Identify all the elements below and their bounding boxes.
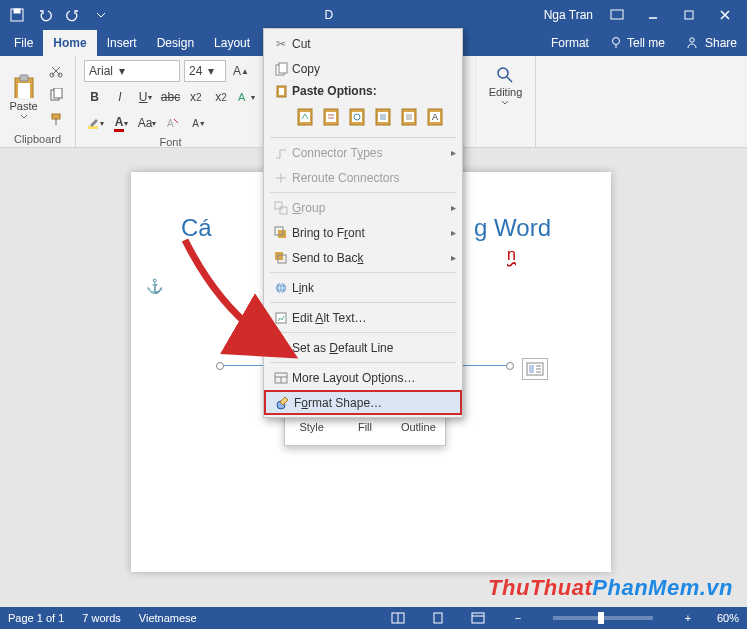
zoom-slider[interactable]	[553, 616, 653, 620]
editing-button[interactable]: Editing	[489, 66, 523, 105]
font-name-value: Arial	[89, 64, 113, 78]
copy-button[interactable]	[45, 84, 67, 106]
superscript-button[interactable]: x2	[210, 86, 231, 108]
italic-button[interactable]: I	[109, 86, 130, 108]
resize-handle-right[interactable]	[506, 362, 514, 370]
chevron-down-icon: ▾	[119, 64, 125, 78]
font-name-combo[interactable]: Arial▾	[84, 60, 180, 82]
status-page[interactable]: Page 1 of 1	[8, 612, 64, 624]
svg-rect-2	[611, 10, 623, 19]
redo-icon[interactable]	[60, 2, 86, 28]
tab-format[interactable]: Format	[541, 30, 599, 56]
paste-option-6[interactable]: A	[424, 105, 446, 129]
submenu-arrow-icon: ▸	[451, 147, 456, 158]
zoom-out-button[interactable]: −	[507, 607, 529, 629]
menu-edit-alt-label: Edit Alt Text…	[292, 311, 367, 325]
strikethrough-button[interactable]: abc	[160, 86, 181, 108]
menu-more-layout-label: More Layout Options…	[292, 371, 415, 385]
bold-button[interactable]: B	[84, 86, 105, 108]
close-icon[interactable]	[707, 0, 743, 30]
layout-options-icon[interactable]	[522, 358, 548, 380]
heading-text-left: Cá	[181, 214, 212, 242]
svg-rect-18	[88, 126, 98, 129]
title-bar: D Nga Tran	[0, 0, 747, 30]
svg-line-21	[507, 77, 512, 82]
menu-set-default[interactable]: Set as Default Line	[264, 335, 462, 360]
svg-rect-63	[434, 613, 442, 623]
paste-option-1[interactable]	[294, 105, 316, 129]
subscript-button[interactable]: x2	[185, 86, 206, 108]
tab-design[interactable]: Design	[147, 30, 204, 56]
zoom-thumb[interactable]	[598, 612, 604, 624]
svg-rect-53	[275, 252, 283, 260]
underline-button[interactable]: U▾	[135, 86, 156, 108]
menu-format-shape[interactable]: Format Shape…	[264, 390, 462, 415]
menu-cut[interactable]: ✂ Cut	[264, 31, 462, 56]
clipboard-icon	[11, 74, 37, 98]
menu-more-layout[interactable]: More Layout Options…	[264, 365, 462, 390]
clipboard-group-label: Clipboard	[8, 131, 67, 145]
svg-rect-50	[280, 207, 287, 214]
read-mode-icon[interactable]	[387, 607, 409, 629]
status-bar: Page 1 of 1 7 words Vietnamese − + 60%	[0, 607, 747, 629]
layout-icon	[270, 371, 292, 385]
menu-link[interactable]: Link	[264, 275, 462, 300]
group-icon	[270, 201, 292, 215]
tab-layout[interactable]: Layout	[204, 30, 260, 56]
qat-customize-icon[interactable]	[88, 2, 114, 28]
paste-button[interactable]: Paste	[8, 72, 39, 118]
status-words[interactable]: 7 words	[82, 612, 121, 624]
format-painter-button[interactable]	[45, 108, 67, 130]
paste-option-2[interactable]	[320, 105, 342, 129]
ribbon-display-icon[interactable]	[599, 0, 635, 30]
window-title: D	[114, 8, 544, 22]
maximize-icon[interactable]	[671, 0, 707, 30]
web-layout-icon[interactable]	[467, 607, 489, 629]
menu-bring-front[interactable]: Bring to Front ▸	[264, 220, 462, 245]
tab-insert[interactable]: Insert	[97, 30, 147, 56]
minimize-icon[interactable]	[635, 0, 671, 30]
font-color-button[interactable]: A▾	[110, 112, 132, 134]
share-icon	[685, 36, 699, 50]
menu-send-back[interactable]: Send to Back ▸	[264, 245, 462, 270]
share-button[interactable]: Share	[675, 30, 747, 56]
menu-copy[interactable]: Copy	[264, 56, 462, 81]
user-name[interactable]: Nga Tran	[544, 8, 593, 22]
text-effects-button[interactable]: A▾	[236, 86, 257, 108]
undo-icon[interactable]	[32, 2, 58, 28]
svg-rect-51	[278, 230, 286, 238]
cut-button[interactable]	[45, 60, 67, 82]
highlight-button[interactable]: ▾	[84, 112, 106, 134]
paste-option-5[interactable]	[398, 105, 420, 129]
save-icon[interactable]	[4, 2, 30, 28]
chevron-down-icon	[501, 100, 509, 105]
svg-rect-15	[52, 114, 60, 119]
group-clipboard: Paste Clipboard	[0, 56, 76, 147]
menu-paste-options-heading: Paste Options:	[264, 81, 462, 101]
change-case-button[interactable]: Aa▾	[136, 112, 158, 134]
group-font: Arial▾ 24▾ A▲ B I U▾ abc x2 x2 A▾ ▾ A▾ A…	[76, 56, 266, 147]
paste-option-3[interactable]	[346, 105, 368, 129]
format-shape-icon	[272, 395, 294, 411]
clear-formatting-button[interactable]: A	[162, 112, 184, 134]
menu-group-label: Group	[292, 201, 325, 215]
menu-edit-alt[interactable]: Edit Alt Text…	[264, 305, 462, 330]
tell-me-search[interactable]: Tell me	[599, 30, 675, 56]
outline-label: Outline	[401, 421, 436, 433]
svg-rect-1	[14, 9, 20, 13]
zoom-in-button[interactable]: +	[677, 607, 699, 629]
resize-handle-left[interactable]	[216, 362, 224, 370]
zoom-level[interactable]: 60%	[717, 612, 739, 624]
status-language[interactable]: Vietnamese	[139, 612, 197, 624]
grow-font-button[interactable]: A▲	[230, 60, 252, 82]
copy-icon	[270, 62, 292, 76]
tab-file[interactable]: File	[4, 30, 43, 56]
fill-label: Fill	[358, 421, 372, 433]
shrink-font-button[interactable]: A▼	[188, 112, 210, 134]
menu-link-label: Link	[292, 281, 314, 295]
font-size-combo[interactable]: 24▾	[184, 60, 226, 82]
tab-home[interactable]: Home	[43, 30, 96, 56]
send-back-icon	[270, 251, 292, 265]
print-layout-icon[interactable]	[427, 607, 449, 629]
paste-option-4[interactable]	[372, 105, 394, 129]
